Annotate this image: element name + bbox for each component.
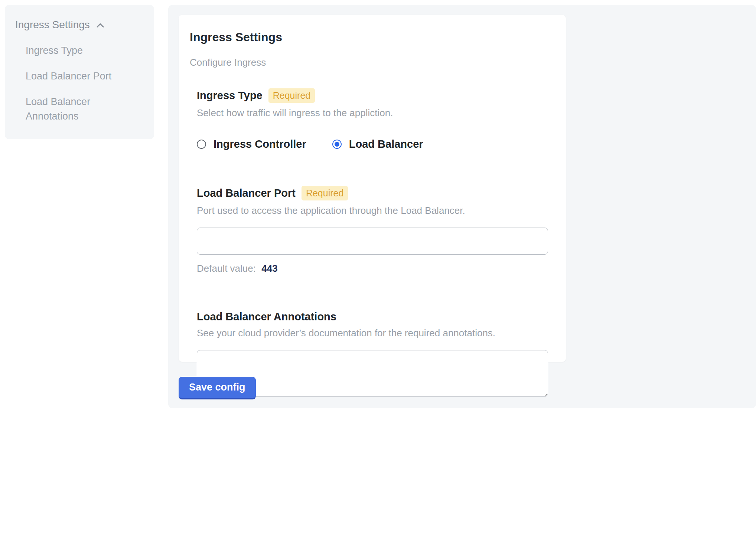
page: Ingress Settings Ingress Type Load Balan…	[0, 0, 756, 539]
sidebar-section-label: Ingress Settings	[15, 19, 90, 31]
radio-label: Load Balancer	[349, 138, 423, 150]
radio-option-ingress-controller[interactable]: Ingress Controller	[197, 138, 306, 150]
ingress-type-radio-group: Ingress Controller Load Balancer	[197, 138, 555, 150]
ingress-type-description: Select how traffic will ingress to the a…	[197, 107, 555, 119]
load-balancer-port-description: Port used to access the application thro…	[197, 205, 555, 216]
radio-option-load-balancer[interactable]: Load Balancer	[332, 138, 423, 150]
page-subtitle: Configure Ingress	[190, 57, 555, 68]
ingress-type-title: Ingress Type	[197, 89, 263, 102]
section-ingress-type: Ingress Type Required Select how traffic…	[197, 88, 555, 150]
chevron-up-icon	[95, 20, 105, 31]
main-panel: Ingress Settings Configure Ingress Ingre…	[168, 5, 756, 408]
default-value-label: Default value:	[197, 263, 256, 274]
default-value-row: Default value: 443	[197, 263, 555, 274]
load-balancer-port-input[interactable]	[197, 228, 548, 255]
sidebar-item-load-balancer-port[interactable]: Load Balancer Port	[26, 69, 118, 84]
settings-sidebar: Ingress Settings Ingress Type Load Balan…	[5, 5, 154, 139]
sidebar-item-ingress-type[interactable]: Ingress Type	[26, 43, 118, 58]
page-title: Ingress Settings	[190, 30, 555, 44]
radio-icon[interactable]	[197, 140, 206, 149]
sidebar-section-ingress-settings[interactable]: Ingress Settings	[15, 19, 144, 31]
section-load-balancer-port: Load Balancer Port Required Port used to…	[197, 186, 555, 274]
load-balancer-annotations-title: Load Balancer Annotations	[197, 311, 336, 323]
required-badge: Required	[268, 88, 315, 103]
save-config-button[interactable]: Save config	[179, 377, 256, 399]
radio-icon[interactable]	[332, 140, 342, 149]
radio-label: Ingress Controller	[214, 138, 306, 150]
sidebar-item-load-balancer-annotations[interactable]: Load Balancer Annotations	[26, 95, 118, 124]
sidebar-item-list: Ingress Type Load Balancer Port Load Bal…	[15, 43, 144, 124]
default-value: 443	[261, 263, 277, 274]
load-balancer-port-title: Load Balancer Port	[197, 187, 296, 199]
load-balancer-annotations-description: See your cloud provider’s documentation …	[197, 327, 555, 339]
ingress-settings-card: Ingress Settings Configure Ingress Ingre…	[179, 15, 566, 362]
required-badge: Required	[302, 186, 348, 200]
